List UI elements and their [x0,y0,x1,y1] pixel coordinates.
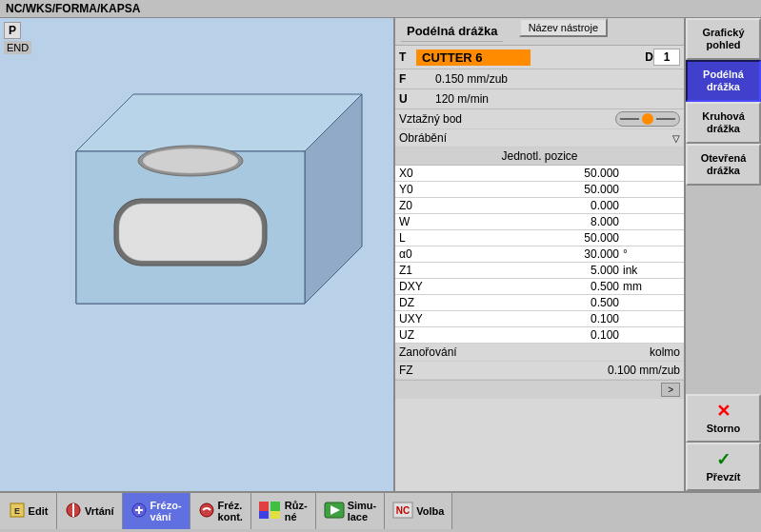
toolbar-simulace-button[interactable]: Simu- lace [316,493,386,529]
param-value-alpha0: 30.000 [552,247,619,261]
tool-u-row: U 120 m/min [395,89,684,109]
svg-rect-17 [259,502,269,511]
volba-label: Volba [416,505,444,517]
title-path: NC/WKS/FORMA/KAPSA [6,2,140,15]
otevrena-drazka-button[interactable]: Otevřená drážka [686,144,761,186]
u-label: U [399,92,416,106]
param-value-x0: 50.000 [552,167,619,180]
toggle-line [620,118,639,120]
param-label-alpha0: α0 [399,247,447,261]
vrtani-label: Vrtání [85,505,114,517]
toolbar-ruzne-button[interactable]: Růz- né [251,493,316,529]
frezovani-label: Frézo- vání [150,500,182,522]
3d-box-svg [19,47,381,408]
x-icon: ✕ [716,402,731,423]
fz-row: FZ 0.100 mm/zub [395,362,684,380]
f-value: 0.150 mm/zub [435,72,508,86]
param-value-uz: 0.100 [552,328,619,342]
podelna-drazka-label: Podélná drážka [691,69,755,93]
otevrena-drazka-label: Otevřená drážka [691,152,755,177]
param-label-z0: Z0 [399,199,447,212]
toolbar-vrtani-button[interactable]: Vrtání [57,493,123,529]
view-label-p: P [4,22,21,39]
ruzne-label: Růz- né [285,500,308,522]
param-row-z1: Z1 5.000 ink [395,263,684,279]
nazev-nastroje-button[interactable]: Název nástroje [519,18,608,37]
param-value-uxy: 0.100 [552,312,619,325]
svg-point-8 [143,148,238,173]
toggle-switch[interactable] [615,111,680,127]
toolbar-volba-button[interactable]: NC Volba [385,493,452,529]
param-label-uz: UZ [399,328,447,342]
simulace-label: Simu- lace [348,500,377,522]
toolbar-edit-button[interactable]: E Edit [0,493,57,529]
obrabeni-dropdown-arrow[interactable]: ▽ [672,133,680,144]
obrabeni-row: Obrábění ▽ [395,129,684,148]
storno-button[interactable]: ✕ Storno [686,394,761,443]
zanorování-row: Zanořování kolmo [395,344,684,362]
center-top-row: Podélná drážka Název nástroje [395,18,684,46]
param-row-dz: DZ 0.500 [395,295,684,311]
toolbar-frezkont-button[interactable]: Fréz. kont. [190,493,251,529]
t-label: T [399,50,416,64]
graficky-pohled-label: Grafický pohled [691,27,755,51]
param-value-z1: 5.000 [552,264,619,277]
frezkont-icon [198,502,215,521]
volba-icon: NC [392,502,413,521]
ruzne-icon [259,502,282,521]
jednotl-header: Jednotl. pozice [395,148,684,166]
svg-rect-20 [270,511,280,519]
u-value: 120 m/min [435,92,489,106]
vztazny-label: Vztažný bod [399,112,462,126]
tool-f-row: F 0.150 mm/zub [395,69,684,89]
bottom-toolbar: E Edit Vrtání Frézo- vání Fréz. kont. Rů… [0,491,761,529]
param-label-x0: X0 [399,167,447,180]
param-row-x0: X0 50.000 [395,166,684,182]
param-row-z0: Z0 0.000 [395,198,684,214]
check-icon: ✓ [716,450,731,471]
param-row-alpha0: α0 30.000 ° [395,246,684,263]
svg-point-16 [200,503,213,517]
tool-t-row: T CUTTER 6 D 1 [395,46,684,69]
obrabeni-label: Obrábění [399,131,447,145]
f-label: F [399,72,416,86]
prevzit-button[interactable]: ✓ Převzít [686,443,761,491]
scroll-btn-area: > [395,380,684,399]
podelna-drazka-button[interactable]: Podélná drážka [686,60,761,102]
param-row-dxy: DXY 0.500 mm [395,279,684,295]
param-label-z1: Z1 [399,264,447,277]
center-panel: Podélná drážka Název nástroje T CUTTER 6… [395,18,686,491]
d-value: 1 [653,49,680,66]
svg-rect-18 [270,502,280,511]
toolbar-frezovani-button[interactable]: Frézo- vání [123,493,190,529]
vrtani-icon [65,502,82,521]
zanorování-value: kolmo [650,345,680,359]
prevzit-label: Převzít [706,471,740,483]
svg-rect-19 [259,511,269,519]
param-label-w: W [399,215,447,228]
section-title: Podélná drážka [401,21,503,42]
svg-text:E: E [14,506,20,516]
toggle-line2 [656,118,675,120]
edit-icon: E [9,502,26,521]
param-row-l: L 50.000 [395,230,684,246]
param-value-w: 8.000 [552,215,619,228]
param-row-w: W 8.000 [395,214,684,230]
graficky-pohled-button[interactable]: Grafický pohled [686,18,761,60]
param-label-l: L [399,231,447,245]
param-value-z0: 0.000 [552,199,619,212]
kruhova-drazka-label: Kruhová drážka [691,110,755,135]
3d-view: P END [0,18,395,491]
vztazny-row: Vztažný bod [395,109,684,129]
d-label: D [645,50,653,64]
fz-label: FZ [399,364,475,377]
param-row-y0: Y0 50.000 [395,182,684,198]
simulace-icon [324,502,345,521]
svg-rect-6 [119,204,262,261]
param-label-uxy: UXY [399,312,447,325]
scroll-right-button[interactable]: > [661,383,680,397]
storno-label: Storno [707,423,740,435]
kruhova-drazka-button[interactable]: Kruhová drážka [686,102,761,144]
frezkont-label: Fréz. kont. [218,500,243,522]
fz-value: 0.100 mm/zub [608,364,680,377]
